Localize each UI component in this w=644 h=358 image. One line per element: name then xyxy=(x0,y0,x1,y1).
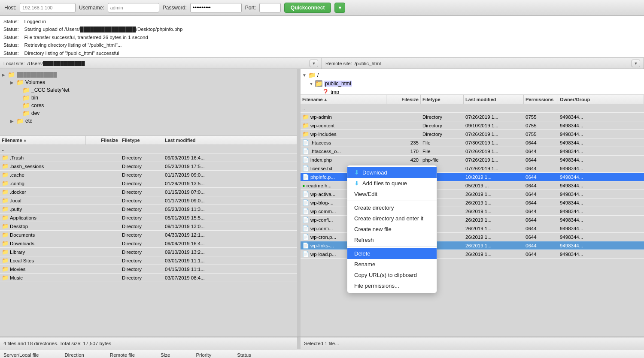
password-label: Password: xyxy=(163,5,187,11)
tree-item-label: dev xyxy=(31,110,39,116)
local-file-row-cache[interactable]: 📁.cache Directory 01/17/2019 09:0... xyxy=(0,171,297,179)
remote-file-owner: 9498344... xyxy=(558,252,644,257)
local-file-row-bash[interactable]: 📁.bash_sessions Directory 05/23/2019 17:… xyxy=(0,162,297,171)
remote-file-row-htaccess-old[interactable]: 📄.htaccess_o... 170 File 07/26/2019 1...… xyxy=(301,147,644,156)
remote-file-perms: 0644 xyxy=(524,183,558,188)
expand-arrow xyxy=(16,96,22,100)
local-file-row-music[interactable]: 📁Music Directory 03/07/2019 08:4... xyxy=(0,274,297,282)
local-tree-item-bin[interactable]: 📁 bin xyxy=(0,94,297,102)
local-file-modified: 03/01/2019 11:1... xyxy=(163,258,297,263)
port-input[interactable] xyxy=(259,3,281,12)
col-header-filesize[interactable]: Filesize xyxy=(86,136,120,144)
quickconnect-dropdown-button[interactable]: ▼ xyxy=(334,3,345,13)
password-input[interactable] xyxy=(190,3,242,12)
col-header-filesize-remote[interactable]: Filesize xyxy=(386,95,421,104)
context-menu-create-dir-enter[interactable]: Create directory and enter it xyxy=(347,213,437,224)
remote-file-perms: 0755 xyxy=(524,114,558,120)
remote-file-row-dotdot[interactable]: .. xyxy=(301,104,644,113)
remote-tree-item-publichtml[interactable]: ▼ 📁 public_html xyxy=(301,79,644,88)
col-header-filename-remote[interactable]: Filename ▲ xyxy=(301,95,386,104)
remote-status-bar: Selected 1 file... xyxy=(301,337,644,349)
remote-file-row-wpadmin[interactable]: 📁wp-admin Directory 07/26/2019 1... 0755… xyxy=(301,113,644,121)
local-tree-item-cores[interactable]: 📁 cores xyxy=(0,102,297,109)
local-file-row-localsites[interactable]: 📁Local Sites Directory 03/01/2019 11:1..… xyxy=(0,256,297,265)
local-file-row-library[interactable]: 📁Library Directory 09/10/2019 13:2... xyxy=(0,248,297,256)
local-file-row-docker[interactable]: 📁.docker Directory 01/15/2019 07:0... xyxy=(0,188,297,196)
col-header-owner-remote[interactable]: Owner/Group xyxy=(558,95,644,104)
local-tree-item-ccc[interactable]: 📁 _CCC SafetyNet xyxy=(0,86,297,94)
remote-file-type: Directory xyxy=(421,114,464,120)
remote-file-type: Directory xyxy=(421,132,464,137)
tree-expand-icon xyxy=(316,89,322,95)
status-line-4: Status: Retrieving directory listing of … xyxy=(3,41,641,49)
context-menu-refresh[interactable]: Refresh xyxy=(347,235,437,245)
local-file-row-dotdot[interactable]: .. xyxy=(0,145,297,153)
remote-file-owner: 9498344... xyxy=(558,235,644,240)
folder-icon: 📁 xyxy=(2,249,9,255)
folder-icon: 📁 xyxy=(2,180,9,187)
expand-arrow: ▶ xyxy=(10,119,16,123)
col-header-perms-remote[interactable]: Permissions xyxy=(524,95,558,104)
context-menu-add-to-queue[interactable]: ⬇ Add files to queue xyxy=(347,178,437,189)
remote-file-name: 📄index.php xyxy=(301,156,386,163)
remote-file-row-wpincludes[interactable]: 📁wp-includes Directory 07/26/2019 1... 0… xyxy=(301,130,644,138)
local-file-row-desktop[interactable]: 📁Desktop Directory 09/10/2019 13:0... xyxy=(0,222,297,231)
remote-tree-item-root[interactable]: ▼ 📁 / xyxy=(301,71,644,79)
username-label: Username: xyxy=(79,5,104,11)
local-file-row-documents[interactable]: 📁Documents Directory 04/30/2019 12:1... xyxy=(0,231,297,239)
context-menu-file-perms[interactable]: File permissions... xyxy=(347,280,437,291)
context-menu-copy-url[interactable]: Copy URL(s) to clipboard xyxy=(347,270,437,280)
remote-site-path[interactable] xyxy=(355,61,629,66)
col-header-filetype[interactable]: Filetype xyxy=(120,136,163,144)
local-tree-item-etc[interactable]: ▶ 📁 etc xyxy=(0,117,297,125)
remote-file-perms: 0644 xyxy=(524,209,558,214)
remote-file-row-wpcontent[interactable]: 📁wp-content Directory 09/10/2019 1... 07… xyxy=(301,121,644,130)
quickconnect-button[interactable]: Quickconnect xyxy=(284,3,331,13)
sort-arrow-icon: ▲ xyxy=(23,138,27,142)
host-input[interactable] xyxy=(20,3,76,12)
context-menu-download[interactable]: ⬇ Download xyxy=(347,167,437,178)
remote-file-row-htaccess[interactable]: 📄.htaccess 235 File 07/30/2019 1... 0644… xyxy=(301,138,644,147)
folder-icon: 📁 xyxy=(2,154,9,161)
remote-file-owner: 9498344... xyxy=(558,149,644,154)
context-menu-view-edit[interactable]: View/Edit xyxy=(347,189,437,199)
remote-file-owner: 9498344... xyxy=(558,157,644,162)
local-tree-item-volumes[interactable]: ▶ 📁 Volumes xyxy=(0,78,297,86)
folder-icon: 📁 xyxy=(302,114,309,120)
local-file-list-header: Filename ▲ Filesize Filetype Last modifi… xyxy=(0,135,297,145)
username-input[interactable] xyxy=(108,3,159,12)
local-site-path[interactable] xyxy=(27,61,307,66)
remote-site-dropdown[interactable]: ▼ xyxy=(632,60,640,67)
col-header-filetype-remote[interactable]: Filetype xyxy=(421,95,464,104)
local-file-modified: 04/30/2019 12:1... xyxy=(163,232,297,238)
remote-file-row-indexphp[interactable]: 📄index.php 420 php-file 07/26/2019 1... … xyxy=(301,156,644,164)
remote-tree-item-tmp[interactable]: ❓ tmp xyxy=(301,88,644,95)
queue-col-priority: Priority xyxy=(196,352,211,358)
local-file-modified: 09/10/2019 13:0... xyxy=(163,224,297,229)
local-file-row-downloads[interactable]: 📁Downloads Directory 09/09/2019 16:4... xyxy=(0,239,297,248)
col-header-lastmod[interactable]: Last modified xyxy=(163,136,297,144)
col-header-lastmod-remote[interactable]: Last modified xyxy=(464,95,524,104)
local-file-row-local[interactable]: 📁.local Directory 01/17/2019 09:0... xyxy=(0,196,297,205)
local-site-dropdown[interactable]: ▼ xyxy=(310,60,318,67)
remote-file-type: php-file xyxy=(421,157,464,162)
folder-icon: 📁 xyxy=(2,274,9,281)
file-icon: 📄 xyxy=(302,225,309,232)
local-file-row-config[interactable]: 📁.config Directory 01/29/2019 13:5... xyxy=(0,179,297,188)
local-file-row-applications[interactable]: 📁Applications Directory 05/01/2019 15:5.… xyxy=(0,214,297,222)
local-file-type: Directory xyxy=(120,250,163,255)
host-label: Host: xyxy=(4,5,16,11)
local-file-type: Directory xyxy=(120,258,163,263)
local-file-row-movies[interactable]: 📁Movies Directory 04/15/2019 11:1... xyxy=(0,265,297,274)
local-file-row-trash[interactable]: 📁.Trash Directory 09/09/2019 16:4... xyxy=(0,153,297,162)
remote-status-text: Selected 1 file... xyxy=(304,341,339,346)
local-file-list-body[interactable]: .. 📁.Trash Directory 09/09/2019 16:4... … xyxy=(0,145,297,337)
context-menu-create-dir[interactable]: Create directory xyxy=(347,202,437,213)
context-menu-delete[interactable]: Delete xyxy=(347,248,437,259)
context-menu-rename[interactable]: Rename xyxy=(347,259,437,270)
col-header-filename[interactable]: Filename ▲ xyxy=(0,136,86,144)
local-file-row-putty[interactable]: 📁.putty Directory 05/23/2019 11:3... xyxy=(0,205,297,214)
local-tree-item-home[interactable]: ▶ 📁 ████████████ xyxy=(0,71,297,78)
context-menu-create-file[interactable]: Create new file xyxy=(347,224,437,235)
local-tree-item-dev[interactable]: 📁 dev xyxy=(0,109,297,117)
